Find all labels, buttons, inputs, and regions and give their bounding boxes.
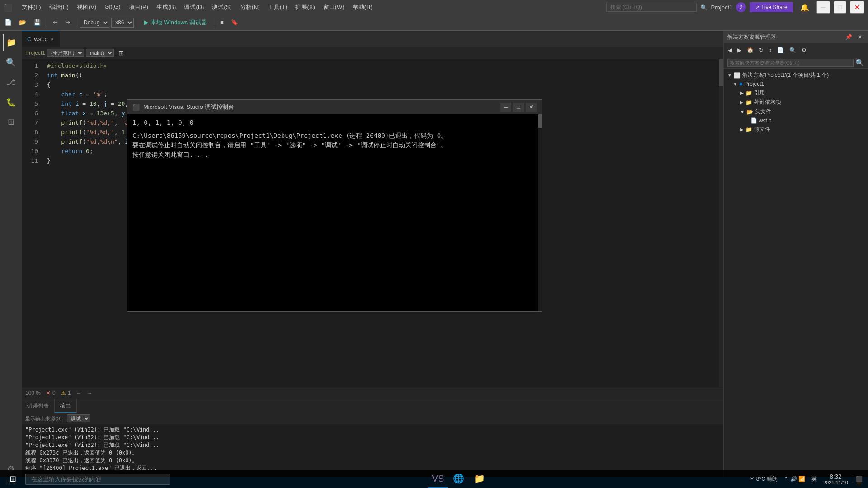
new-file-button[interactable]: 📄 xyxy=(2,18,14,27)
menu-window[interactable]: 窗口(W) xyxy=(320,1,348,13)
prev-error-icon[interactable]: ← xyxy=(76,390,81,396)
console-minimize-button[interactable]: ─ xyxy=(500,103,511,112)
solution-explorer-title: 解决方案资源管理器 xyxy=(727,33,776,41)
menu-git[interactable]: Git(G) xyxy=(101,1,124,13)
panel-tab-output[interactable]: 输出 xyxy=(55,399,77,413)
references-label: 引用 xyxy=(754,89,765,97)
tree-project[interactable]: ▼ ■ Project1 xyxy=(724,80,868,88)
sol-refresh-button[interactable]: ↻ xyxy=(757,46,766,54)
function-dropdown[interactable]: main() xyxy=(86,49,114,57)
editor-status-bar: 100 % ✕ 0 ⚠ 1 ← → xyxy=(22,387,723,399)
solution-tree: ▼ ⬜ 解决方案'Project1'(1 个项目/共 1 个) ▼ ■ Proj… xyxy=(724,69,868,477)
debug-activity-icon[interactable]: 🐛 xyxy=(3,94,19,110)
search-activity-icon[interactable]: 🔍 xyxy=(3,54,19,70)
close-button[interactable]: ✕ xyxy=(850,1,864,14)
sol-home-button[interactable]: 🏠 xyxy=(745,46,756,54)
toolbar: 📄 📂 💾 ↩ ↪ Debug x86 ▶ 本地 Windows 调试器 ■ 🔖 xyxy=(0,14,868,31)
tree-header-files[interactable]: ▼ 📂 头文件 xyxy=(724,107,868,117)
tree-wsth[interactable]: · 📄 wst.h xyxy=(724,117,868,125)
menu-test[interactable]: 测试(S) xyxy=(208,1,235,13)
console-scrollbar[interactable] xyxy=(538,114,542,311)
solution-search-input[interactable] xyxy=(727,59,854,67)
system-tray[interactable]: ⌃ 🔊 📶 xyxy=(782,475,807,483)
sol-showfiles-button[interactable]: 📄 xyxy=(775,46,786,54)
tree-solution[interactable]: ▼ ⬜ 解决方案'Project1'(1 个项目/共 1 个) xyxy=(724,70,868,80)
console-maximize-button[interactable]: □ xyxy=(513,103,524,112)
redo-button[interactable]: ↪ xyxy=(62,18,73,27)
menu-analyze[interactable]: 分析(N) xyxy=(236,1,264,13)
show-desktop-button[interactable]: ⬛ xyxy=(853,475,864,483)
separator-4 xyxy=(214,18,214,27)
menu-extensions[interactable]: 扩展(X) xyxy=(292,1,318,13)
stop-button[interactable]: ■ xyxy=(217,18,226,27)
scope-dropdown[interactable]: (全局范围) xyxy=(47,49,84,57)
solution-explorer: 解决方案资源管理器 📌 ✕ ◀ ▶ 🏠 ↻ ↕ 📄 🔍 ⚙ 🔍 ▼ ⬜ 解决方案… xyxy=(723,31,868,477)
console-content[interactable]: 1, 0, 1, 1, 0, 0 C:\Users\86159\source\r… xyxy=(127,114,538,311)
expand-editor-icon[interactable]: ⊞ xyxy=(116,48,127,57)
sol-back-button[interactable]: ◀ xyxy=(726,46,734,54)
sol-filter-button[interactable]: 🔍 xyxy=(787,46,798,54)
extensions-icon[interactable]: ⊞ xyxy=(3,114,19,130)
menu-tools[interactable]: 工具(T) xyxy=(264,1,291,13)
input-method[interactable]: 英 xyxy=(810,474,819,484)
menu-help[interactable]: 帮助(H) xyxy=(349,1,376,13)
menu-edit[interactable]: 编辑(E) xyxy=(46,1,72,13)
run-icon: ▶ xyxy=(144,19,149,26)
undo-button[interactable]: ↩ xyxy=(50,18,61,27)
menu-build[interactable]: 生成(B) xyxy=(153,1,179,13)
separator-3 xyxy=(137,18,137,27)
console-body: 1, 0, 1, 1, 0, 0 C:\Users\86159\source\r… xyxy=(127,114,542,311)
taskbar-file-icon[interactable]: 📁 xyxy=(470,470,490,488)
headers-label: 头文件 xyxy=(755,108,771,116)
clock[interactable]: 8:32 2021/11/10 xyxy=(821,472,850,486)
console-output-4: 按任意键关闭此窗口. . . xyxy=(132,150,533,160)
solution-close-button[interactable]: ✕ xyxy=(855,33,864,41)
start-button[interactable]: ⊞ xyxy=(2,470,24,488)
menu-project[interactable]: 项目(P) xyxy=(125,1,152,13)
taskbar-search-input[interactable] xyxy=(25,474,170,485)
tab-close-icon[interactable]: ✕ xyxy=(50,37,54,42)
minimize-button[interactable]: ─ xyxy=(816,1,830,14)
bookmark-button[interactable]: 🔖 xyxy=(228,18,241,27)
platform-dropdown[interactable]: x86 xyxy=(111,18,134,28)
wsth-expand-icon: · xyxy=(747,118,749,123)
sol-forward-button[interactable]: ▶ xyxy=(735,46,744,54)
menu-view[interactable]: 视图(V) xyxy=(73,1,100,13)
output-line-2: "Project1.exe" (Win32): 已加载 "C:\Wind... xyxy=(25,434,720,441)
code-line-1: #include<stdio.h> xyxy=(47,61,715,70)
tree-source-files[interactable]: ▶ 📁 源文件 xyxy=(724,125,868,134)
open-file-button[interactable]: 📂 xyxy=(16,18,29,27)
weather-widget[interactable]: ☀ 8°C 晴朗 xyxy=(748,474,779,484)
output-source-dropdown[interactable]: 调试 xyxy=(67,414,90,422)
output-line-1: "Project1.exe" (Win32): 已加载 "C:\Wind... xyxy=(25,426,720,434)
run-button[interactable]: ▶ 本地 Windows 调试器 xyxy=(141,17,211,28)
git-icon[interactable]: ⎇ xyxy=(3,74,19,90)
notifications-icon[interactable]: 🔔 xyxy=(797,1,813,14)
save-button[interactable]: 💾 xyxy=(31,18,43,27)
next-error-icon[interactable]: → xyxy=(87,390,92,396)
editor-tab-wst[interactable]: C wst.c ✕ xyxy=(22,31,60,47)
console-close-button[interactable]: ✕ xyxy=(526,103,537,112)
search-input[interactable] xyxy=(606,3,697,12)
taskbar-browser-icon[interactable]: 🌐 xyxy=(449,470,469,488)
editor-scrollbar[interactable] xyxy=(719,59,723,387)
debug-config-dropdown[interactable]: Debug xyxy=(80,18,109,28)
console-titlebar: ⬛ Microsoft Visual Studio 调试控制台 ─ □ ✕ xyxy=(127,100,542,114)
sol-collapseall-button[interactable]: ↕ xyxy=(767,46,774,54)
project-icon: ■ xyxy=(739,81,742,87)
live-share-button[interactable]: ↗ Live Share xyxy=(750,2,793,12)
maximize-button[interactable]: □ xyxy=(834,1,846,14)
tree-external-deps[interactable]: ▶ 📁 外部依赖项 xyxy=(724,98,868,107)
explorer-icon[interactable]: 📁 xyxy=(3,34,19,51)
menu-debug[interactable]: 调试(D) xyxy=(180,1,208,13)
menu-bar: 文件(F) 编辑(E) 视图(V) Git(G) 项目(P) 生成(B) 调试(… xyxy=(18,1,376,13)
panel-tab-errorlist[interactable]: 错误列表 xyxy=(22,399,55,413)
console-title-left: ⬛ Microsoft Visual Studio 调试控制台 xyxy=(132,103,234,111)
menu-file[interactable]: 文件(F) xyxy=(18,1,45,13)
solution-pin-button[interactable]: 📌 xyxy=(843,33,854,41)
tree-references[interactable]: ▶ 📁 引用 xyxy=(724,88,868,98)
sol-properties-button[interactable]: ⚙ xyxy=(799,46,809,54)
solution-label: 解决方案'Project1'(1 个项目/共 1 个) xyxy=(742,71,829,79)
console-output-2: C:\Users\86159\source\repos\Project1\Deb… xyxy=(132,131,533,141)
taskbar-vs-icon[interactable]: VS xyxy=(428,470,448,488)
